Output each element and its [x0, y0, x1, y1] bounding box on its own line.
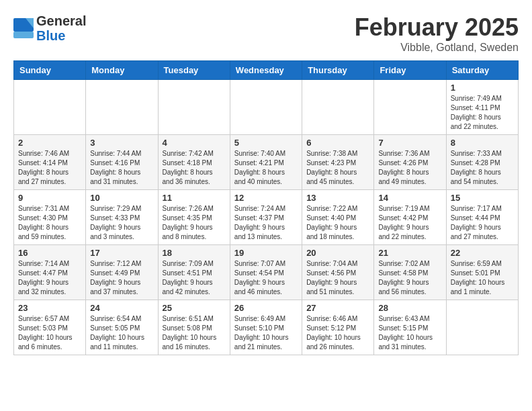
calendar-body: 1Sunrise: 7:49 AM Sunset: 4:11 PM Daylig… [14, 80, 519, 355]
svg-rect-2 [13, 32, 34, 38]
day-number: 17 [90, 248, 153, 258]
day-info: Sunrise: 7:24 AM Sunset: 4:37 PM Dayligh… [234, 204, 298, 242]
calendar-day-2: 2Sunrise: 7:46 AM Sunset: 4:14 PM Daylig… [14, 135, 86, 190]
day-info: Sunrise: 7:42 AM Sunset: 4:18 PM Dayligh… [163, 149, 226, 187]
day-info: Sunrise: 7:36 AM Sunset: 4:26 PM Dayligh… [378, 149, 441, 187]
day-info: Sunrise: 7:29 AM Sunset: 4:33 PM Dayligh… [90, 204, 153, 242]
weekday-header-row: SundayMondayTuesdayWednesdayThursdayFrid… [14, 61, 519, 80]
calendar-day-7: 7Sunrise: 7:36 AM Sunset: 4:26 PM Daylig… [374, 135, 446, 190]
empty-day-cell [446, 300, 518, 355]
calendar-day-8: 8Sunrise: 7:33 AM Sunset: 4:28 PM Daylig… [446, 135, 518, 190]
calendar-day-4: 4Sunrise: 7:42 AM Sunset: 4:18 PM Daylig… [158, 135, 230, 190]
weekday-header-sunday: Sunday [14, 61, 86, 80]
day-info: Sunrise: 7:44 AM Sunset: 4:16 PM Dayligh… [90, 149, 153, 187]
day-info: Sunrise: 7:49 AM Sunset: 4:11 PM Dayligh… [451, 94, 514, 132]
day-number: 5 [234, 138, 298, 148]
empty-day-cell [230, 80, 302, 135]
day-info: Sunrise: 6:46 AM Sunset: 5:12 PM Dayligh… [306, 314, 369, 352]
day-number: 6 [306, 138, 369, 148]
calendar-day-12: 12Sunrise: 7:24 AM Sunset: 4:37 PM Dayli… [230, 190, 302, 245]
calendar-day-22: 22Sunrise: 6:59 AM Sunset: 5:01 PM Dayli… [446, 245, 518, 300]
calendar-week-row: 1Sunrise: 7:49 AM Sunset: 4:11 PM Daylig… [14, 80, 519, 135]
calendar-day-18: 18Sunrise: 7:09 AM Sunset: 4:51 PM Dayli… [158, 245, 230, 300]
calendar-day-11: 11Sunrise: 7:26 AM Sunset: 4:35 PM Dayli… [158, 190, 230, 245]
calendar-day-23: 23Sunrise: 6:57 AM Sunset: 5:03 PM Dayli… [14, 300, 86, 355]
day-number: 2 [18, 138, 81, 148]
day-number: 26 [234, 303, 298, 313]
day-number: 19 [234, 248, 298, 258]
logo: General Blue [13, 13, 86, 43]
calendar-day-14: 14Sunrise: 7:19 AM Sunset: 4:42 PM Dayli… [374, 190, 446, 245]
weekday-header-monday: Monday [86, 61, 158, 80]
logo-blue-text: Blue [36, 28, 86, 43]
calendar-day-24: 24Sunrise: 6:54 AM Sunset: 5:05 PM Dayli… [86, 300, 158, 355]
empty-day-cell [14, 80, 86, 135]
day-number: 14 [378, 193, 441, 203]
calendar-day-6: 6Sunrise: 7:38 AM Sunset: 4:23 PM Daylig… [302, 135, 374, 190]
page-header: General Blue February 2025 Vibble, Gotla… [13, 13, 519, 54]
day-number: 23 [18, 303, 81, 313]
calendar-day-15: 15Sunrise: 7:17 AM Sunset: 4:44 PM Dayli… [446, 190, 518, 245]
calendar-week-row: 9Sunrise: 7:31 AM Sunset: 4:30 PM Daylig… [14, 190, 519, 245]
weekday-header-saturday: Saturday [446, 61, 518, 80]
day-info: Sunrise: 7:22 AM Sunset: 4:40 PM Dayligh… [306, 204, 369, 242]
calendar-day-21: 21Sunrise: 7:02 AM Sunset: 4:58 PM Dayli… [374, 245, 446, 300]
day-number: 18 [163, 248, 226, 258]
calendar-day-26: 26Sunrise: 6:49 AM Sunset: 5:10 PM Dayli… [230, 300, 302, 355]
calendar-day-3: 3Sunrise: 7:44 AM Sunset: 4:16 PM Daylig… [86, 135, 158, 190]
calendar-week-row: 2Sunrise: 7:46 AM Sunset: 4:14 PM Daylig… [14, 135, 519, 190]
day-info: Sunrise: 7:38 AM Sunset: 4:23 PM Dayligh… [306, 149, 369, 187]
logo-icon [13, 18, 34, 38]
day-number: 4 [163, 138, 226, 148]
day-info: Sunrise: 7:02 AM Sunset: 4:58 PM Dayligh… [378, 259, 441, 297]
calendar-day-20: 20Sunrise: 7:04 AM Sunset: 4:56 PM Dayli… [302, 245, 374, 300]
month-title: February 2025 [355, 13, 519, 42]
logo-general-text: General [36, 13, 86, 28]
location-title: Vibble, Gotland, Sweden [355, 42, 519, 54]
day-number: 13 [306, 193, 369, 203]
calendar-header: SundayMondayTuesdayWednesdayThursdayFrid… [14, 61, 519, 80]
day-number: 24 [90, 303, 153, 313]
day-number: 3 [90, 138, 153, 148]
day-info: Sunrise: 6:54 AM Sunset: 5:05 PM Dayligh… [90, 314, 153, 352]
day-info: Sunrise: 7:19 AM Sunset: 4:42 PM Dayligh… [378, 204, 441, 242]
empty-day-cell [158, 80, 230, 135]
empty-day-cell [374, 80, 446, 135]
day-number: 27 [306, 303, 369, 313]
calendar-week-row: 23Sunrise: 6:57 AM Sunset: 5:03 PM Dayli… [14, 300, 519, 355]
calendar-day-16: 16Sunrise: 7:14 AM Sunset: 4:47 PM Dayli… [14, 245, 86, 300]
day-info: Sunrise: 7:40 AM Sunset: 4:21 PM Dayligh… [234, 149, 298, 187]
calendar-day-19: 19Sunrise: 7:07 AM Sunset: 4:54 PM Dayli… [230, 245, 302, 300]
calendar-day-13: 13Sunrise: 7:22 AM Sunset: 4:40 PM Dayli… [302, 190, 374, 245]
day-number: 7 [378, 138, 441, 148]
day-number: 25 [163, 303, 226, 313]
day-info: Sunrise: 7:07 AM Sunset: 4:54 PM Dayligh… [234, 259, 298, 297]
day-info: Sunrise: 7:14 AM Sunset: 4:47 PM Dayligh… [18, 259, 81, 297]
title-area: February 2025 Vibble, Gotland, Sweden [355, 13, 519, 54]
day-info: Sunrise: 6:43 AM Sunset: 5:15 PM Dayligh… [378, 314, 441, 352]
calendar-day-17: 17Sunrise: 7:12 AM Sunset: 4:49 PM Dayli… [86, 245, 158, 300]
calendar-week-row: 16Sunrise: 7:14 AM Sunset: 4:47 PM Dayli… [14, 245, 519, 300]
day-number: 11 [163, 193, 226, 203]
empty-day-cell [86, 80, 158, 135]
calendar-day-28: 28Sunrise: 6:43 AM Sunset: 5:15 PM Dayli… [374, 300, 446, 355]
day-info: Sunrise: 7:26 AM Sunset: 4:35 PM Dayligh… [163, 204, 226, 242]
day-number: 21 [378, 248, 441, 258]
day-number: 22 [451, 248, 514, 258]
day-info: Sunrise: 7:17 AM Sunset: 4:44 PM Dayligh… [451, 204, 514, 242]
weekday-header-wednesday: Wednesday [230, 61, 302, 80]
empty-day-cell [302, 80, 374, 135]
day-info: Sunrise: 6:59 AM Sunset: 5:01 PM Dayligh… [451, 259, 514, 297]
calendar-day-9: 9Sunrise: 7:31 AM Sunset: 4:30 PM Daylig… [14, 190, 86, 245]
calendar-day-5: 5Sunrise: 7:40 AM Sunset: 4:21 PM Daylig… [230, 135, 302, 190]
day-number: 28 [378, 303, 441, 313]
day-number: 12 [234, 193, 298, 203]
logo-text: General Blue [36, 13, 86, 43]
day-info: Sunrise: 7:46 AM Sunset: 4:14 PM Dayligh… [18, 149, 81, 187]
day-number: 8 [451, 138, 514, 148]
weekday-header-thursday: Thursday [302, 61, 374, 80]
day-info: Sunrise: 6:57 AM Sunset: 5:03 PM Dayligh… [18, 314, 81, 352]
day-info: Sunrise: 7:09 AM Sunset: 4:51 PM Dayligh… [163, 259, 226, 297]
day-number: 20 [306, 248, 369, 258]
day-number: 15 [451, 193, 514, 203]
